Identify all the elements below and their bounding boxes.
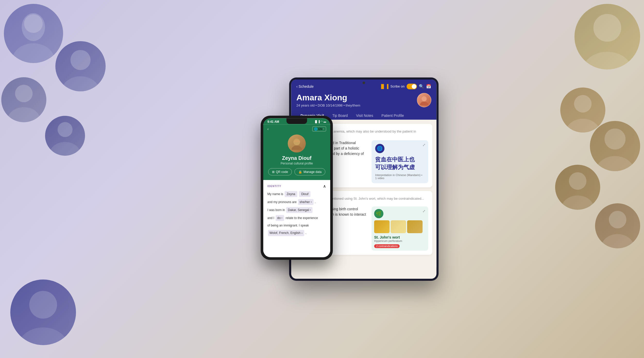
svg-point-1 [12, 43, 54, 63]
phone-screen: 9:41 AM ▐▌▐ ◠ ▬ ‹ 🌐 EN ▾ [263, 118, 330, 257]
svg-point-19 [609, 211, 626, 228]
tablet-header: ‹ Schedule ▐▌▐ Scribe on 🔍 📅 Amara Xiong… [291, 80, 436, 120]
suggestion-visual-1: 🌐 ⤢ 贫血在中医上也 可以理解为气虚 Interpretation in Ch… [371, 140, 428, 184]
last-name-tag[interactable]: Diouf [299, 191, 310, 197]
expand-icon[interactable]: ⤢ [422, 143, 426, 147]
identity-row-3: I was born in Dakar, Senegal ▾ [267, 207, 326, 213]
birthplace-dropdown[interactable]: Dakar, Senegal ▾ [286, 207, 312, 213]
chevron-down-icon: ▾ [323, 128, 324, 130]
svg-point-8 [50, 142, 80, 156]
pronouns-dropdown[interactable]: she/her ▾ [298, 199, 313, 205]
svg-point-5 [15, 85, 32, 102]
identity-row-5: of being an immigrant. I speak [267, 223, 326, 228]
portrait-left-2 [55, 41, 106, 91]
identity-section-label: IDENTITY [267, 185, 281, 187]
svg-point-7 [57, 122, 72, 137]
svg-point-15 [605, 128, 626, 150]
herb-image-2 [391, 220, 406, 233]
svg-point-13 [574, 95, 591, 112]
herb-card: 🌿 ⤢ St. John's wort Hypericum perforatum… [371, 206, 428, 251]
chinese-text: 贫血在中医上也 可以理解为气虚 [375, 156, 425, 172]
phone-patient-name: Zeyna Diouf [267, 155, 326, 161]
signal-icon: ▐▌▐ [314, 120, 320, 123]
scribe-label: Scribe on [390, 84, 404, 88]
qr-code-button[interactable]: ⊞ QR code [268, 168, 292, 175]
phone-top-row: ‹ 🌐 EN ▾ [267, 126, 326, 131]
expand-icon-2[interactable]: ⤢ [422, 209, 426, 213]
portrait-right-1 [574, 4, 640, 69]
portrait-left-4 [45, 116, 85, 156]
phone-header: ‹ 🌐 EN ▾ Zeyna Diouf Per [263, 124, 330, 180]
tablet-camera [362, 82, 365, 84]
portrait-left-5 [10, 280, 76, 345]
portrait-right-4 [555, 165, 600, 210]
herb-image-3 [407, 220, 422, 233]
portrait-left-1 [4, 4, 63, 63]
phone-time: 9:41 AM [267, 120, 279, 123]
svg-point-2 [24, 14, 43, 33]
identity-row-1: My name is Zeyna Diouf [267, 191, 326, 197]
svg-point-17 [569, 172, 586, 190]
profile-image-container [267, 134, 326, 152]
herb-icon: 🌿 [374, 209, 383, 218]
patient-meta: 24 years old • DOB 10/14/1998 • they/the… [296, 103, 360, 107]
lock-icon: 🔒 [298, 170, 302, 173]
chinese-card: 🌐 ⤢ 贫血在中医上也 可以理解为气虚 Interpretation in Ch… [371, 140, 428, 184]
first-name-tag[interactable]: Zeyna [285, 191, 297, 197]
tab-visit-notes[interactable]: Visit Notes [352, 111, 377, 120]
svg-point-3 [71, 50, 91, 70]
phone-status-icons: ▐▌▐ ◠ ▬ [314, 120, 326, 123]
collapse-icon[interactable]: ∧ [323, 184, 326, 188]
relate-text: relate to the experience [286, 216, 318, 220]
qr-code-icon: ⊞ [272, 170, 275, 173]
svg-point-10 [18, 327, 68, 345]
phone-patient-avatar [288, 134, 306, 152]
calendar-icon[interactable]: 📅 [426, 84, 431, 89]
phone-action-buttons: ⊞ QR code 🔒 Manage data [267, 168, 326, 175]
svg-point-22 [420, 102, 428, 105]
globe-small-icon: 🌐 [314, 127, 318, 130]
svg-point-9 [29, 291, 57, 319]
svg-point-21 [421, 96, 427, 101]
svg-point-11 [594, 14, 621, 42]
portrait-left-3 [1, 77, 46, 122]
svg-point-28 [292, 145, 302, 150]
herb-scientific: Hypericum perforatum [374, 239, 426, 242]
search-icon[interactable]: 🔍 [419, 84, 424, 89]
svg-point-6 [7, 107, 40, 122]
patient-details: Amara Xiong 24 years old • DOB 10/14/199… [296, 93, 360, 107]
scribe-toggle[interactable] [406, 84, 417, 89]
phone-content: IDENTITY ∧ My name is Zeyna Diouf and my… [263, 180, 330, 252]
tab-patient-profile[interactable]: Patient Profile [377, 111, 408, 120]
svg-point-20 [601, 234, 634, 248]
scribe-waves-icon: ▐▌▐ [379, 84, 388, 89]
phone-device: 9:41 AM ▐▌▐ ◠ ▬ ‹ 🌐 EN ▾ [261, 116, 333, 260]
identity-header: IDENTITY ∧ [267, 184, 326, 188]
back-button[interactable]: ‹ Schedule [296, 84, 313, 89]
languages-dropdown[interactable]: Wolof, French, English ▾ [268, 230, 304, 236]
phone-notch [286, 118, 307, 124]
portrait-right-3 [590, 121, 640, 171]
identity-row-2: and my pronouns are she/her ▾ . [267, 199, 326, 205]
patient-avatar [417, 93, 431, 107]
interpretation-label: Interpretation in Chinese (Mandarin) • 1… [375, 173, 425, 180]
herb-name: St. John's wort [374, 235, 426, 239]
svg-point-12 [582, 52, 632, 69]
svg-point-4 [62, 76, 99, 92]
identity-row-6: Wolof, French, English ▾ . [267, 230, 326, 236]
patient-info: Amara Xiong 24 years old • DOB 10/14/199… [296, 93, 431, 107]
back-label: Schedule [299, 84, 313, 89]
scribe-toggle-dot [412, 84, 416, 89]
contraindication-badge: 2 contraindications [374, 244, 400, 248]
back-chevron-icon: ‹ [296, 84, 298, 89]
identity-row-4: and I do ▾ relate to the experience [267, 215, 326, 221]
tab-tip-board[interactable]: Tip Board [328, 111, 352, 120]
phone-patient-subtitle: Personal cultural profile [267, 161, 326, 165]
relate-dropdown[interactable]: do ▾ [276, 215, 284, 221]
portrait-right-5 [595, 203, 640, 248]
manage-data-button[interactable]: 🔒 Manage data [294, 168, 325, 175]
svg-point-16 [596, 156, 634, 171]
herb-images [374, 220, 426, 233]
phone-back-button[interactable]: ‹ [267, 127, 269, 131]
language-selector[interactable]: 🌐 EN ▾ [312, 126, 326, 131]
